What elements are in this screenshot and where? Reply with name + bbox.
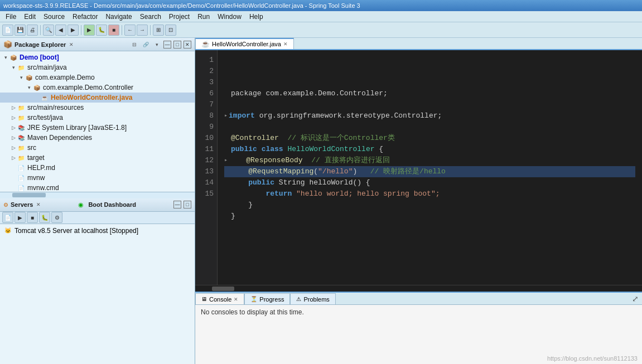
- package-explorer-title: Package Explorer: [15, 41, 66, 48]
- servers-maximize-btn[interactable]: □: [184, 201, 191, 208]
- tb-prev-edit-btn[interactable]: ←: [124, 25, 136, 36]
- pkg-maximize-btn[interactable]: □: [173, 41, 181, 48]
- tree-item[interactable]: 📄mvnw: [0, 173, 195, 183]
- code-line[interactable]: return "hello world; hello spring boot";: [224, 188, 635, 200]
- bottom-tab-problems[interactable]: ⚠ Problems: [290, 293, 335, 304]
- h-scrollbar-thumb[interactable]: [12, 193, 46, 197]
- boot-dashboard-title: Boot Dashboard: [88, 201, 136, 208]
- tree-item[interactable]: ▷📁src: [0, 143, 195, 153]
- fold-icon[interactable]: ▸: [224, 155, 228, 166]
- code-line[interactable]: @Controller // 标识这是一个Controller类: [224, 133, 635, 144]
- tree-item[interactable]: ▾📦Demo [boot]: [0, 52, 195, 62]
- tree-item-icon: 📁: [17, 153, 26, 162]
- menu-edit[interactable]: Edit: [21, 12, 39, 21]
- tb-forward-btn[interactable]: ▶: [67, 25, 79, 36]
- pkg-menu-icon[interactable]: ▾: [152, 40, 161, 49]
- tb-debug-btn[interactable]: 🐛: [96, 25, 107, 36]
- code-line[interactable]: }: [224, 211, 635, 222]
- menu-refactor[interactable]: Refactor: [69, 12, 101, 21]
- code-token: [231, 177, 248, 188]
- menu-run[interactable]: Run: [194, 12, 213, 21]
- tree-item-label: com.example.Demo: [35, 74, 95, 81]
- tree-item[interactable]: ☕HelloWorldController.java: [0, 93, 195, 103]
- tb-new-btn[interactable]: 📄: [2, 25, 13, 36]
- menu-file[interactable]: File: [2, 12, 20, 21]
- code-token: @ResponseBody: [246, 155, 302, 166]
- servers-title: Servers: [11, 201, 33, 208]
- menu-source[interactable]: Source: [40, 12, 68, 21]
- tree-arrow-icon: ▾: [26, 84, 32, 91]
- tree-arrow-icon: ▷: [10, 144, 17, 151]
- editor-hscroll-thumb[interactable]: [212, 287, 234, 291]
- code-line[interactable]: [224, 122, 635, 133]
- menu-help[interactable]: Help: [246, 12, 267, 21]
- code-line[interactable]: public String helloWorld() {: [224, 177, 635, 188]
- tree-item[interactable]: ▾📁src/main/java: [0, 62, 195, 72]
- tree-arrow-icon: ▷: [10, 114, 17, 121]
- editor-tab-helloworldcontroller[interactable]: ☕ HelloWorldController.java ✕: [195, 38, 294, 49]
- code-content[interactable]: package com.example.Demo.Controller;▸imp…: [218, 50, 642, 285]
- tb-view-btn[interactable]: ⊡: [165, 25, 176, 36]
- tree-item[interactable]: ▾📦com.example.Demo.Controller: [0, 82, 195, 93]
- tb-perspective-btn[interactable]: ⊞: [153, 25, 164, 36]
- console-message: No consoles to display at this time.: [201, 308, 304, 316]
- code-line[interactable]: ▸ @ResponseBody // 直接将内容进行返回: [224, 155, 635, 166]
- boot-dashboard-icon: ◉: [78, 201, 84, 208]
- srv-debug-btn[interactable]: 🐛: [39, 212, 50, 223]
- tree-item[interactable]: ▷📁target: [0, 153, 195, 163]
- tree-item-label: Maven Dependencies: [27, 134, 92, 142]
- code-token: public: [231, 144, 257, 155]
- tree-arrow-icon: ▷: [10, 134, 17, 141]
- package-tree[interactable]: ▾📦Demo [boot]▾📁src/main/java▾📦com.exampl…: [0, 51, 195, 192]
- menu-project[interactable]: Project: [166, 12, 193, 21]
- srv-config-btn[interactable]: ⚙: [51, 212, 62, 223]
- pkg-close-btn[interactable]: ✕: [184, 41, 191, 48]
- tb-back-btn[interactable]: ◀: [55, 25, 66, 36]
- code-line[interactable]: public class HelloWorldController {: [224, 144, 635, 155]
- srv-stop-btn[interactable]: ■: [27, 212, 38, 223]
- code-editor[interactable]: 1236789101112131415 package com.example.…: [195, 50, 642, 285]
- tree-item[interactable]: 📄HELP.md: [0, 163, 195, 173]
- fold-icon[interactable]: ▸: [224, 110, 228, 122]
- tb-save-btn[interactable]: 💾: [15, 25, 26, 36]
- tree-item[interactable]: ▷📚Maven Dependencies: [0, 133, 195, 143]
- toolbar: 📄 💾 🖨 🔍 ◀ ▶ ▶ 🐛 ■ ← → ⊞ ⊡: [0, 22, 642, 38]
- srv-new-btn[interactable]: 📄: [2, 212, 13, 223]
- servers-minimize-btn[interactable]: —: [173, 201, 181, 208]
- tree-item[interactable]: ▷📚JRE System Library [JavaSE-1.8]: [0, 123, 195, 133]
- tree-item-icon: 📦: [9, 53, 18, 62]
- servers-close-icon: ✕: [36, 202, 41, 207]
- tb-search-btn[interactable]: 🔍: [43, 25, 54, 36]
- tb-stop-btn[interactable]: ■: [108, 25, 119, 36]
- srv-start-btn[interactable]: ▶: [15, 212, 26, 223]
- tree-item[interactable]: 📄mvnw.cmd: [0, 183, 195, 192]
- pkg-link-icon[interactable]: 🔗: [141, 40, 150, 49]
- code-line[interactable]: package com.example.Demo.Controller;: [224, 88, 635, 99]
- code-line[interactable]: @RequestMapping("/hello") // 映射路径是/hello: [224, 166, 635, 177]
- editor-tab-close[interactable]: ✕: [283, 41, 288, 47]
- tree-item-label: target: [27, 154, 45, 162]
- menu-navigate[interactable]: Navigate: [102, 12, 135, 21]
- server-tomcat[interactable]: 🐱 Tomcat v8.5 Server at localhost [Stopp…: [2, 225, 192, 236]
- pkg-collapse-icon[interactable]: ⊟: [130, 40, 139, 49]
- bottom-tab-progress[interactable]: ⏳ Progress: [244, 293, 290, 304]
- tree-item[interactable]: ▾📦com.example.Demo: [0, 72, 195, 82]
- console-tab-close[interactable]: ✕: [234, 297, 238, 302]
- code-line[interactable]: }: [224, 200, 635, 211]
- bottom-panel-maximize-icon[interactable]: ⤢: [629, 293, 642, 304]
- code-line[interactable]: ▸import org.springframework.stereotype.C…: [224, 110, 635, 122]
- tree-item[interactable]: ▷📁src/test/java: [0, 113, 195, 123]
- code-line[interactable]: [224, 222, 635, 233]
- bottom-tab-console[interactable]: 🖥 Console ✕: [195, 293, 244, 304]
- menu-search[interactable]: Search: [137, 12, 165, 21]
- menu-window[interactable]: Window: [214, 12, 245, 21]
- tree-arrow-icon: ▷: [10, 104, 17, 111]
- tree-item[interactable]: ▷📁src/main/resources: [0, 103, 195, 113]
- tb-next-edit-btn[interactable]: →: [137, 25, 148, 36]
- code-token: // 直接将内容进行返回: [311, 155, 389, 166]
- editor-hscroll[interactable]: [195, 285, 642, 292]
- tb-run-btn[interactable]: ▶: [84, 25, 95, 36]
- code-line[interactable]: [224, 99, 635, 110]
- pkg-minimize-btn[interactable]: —: [163, 41, 171, 48]
- tb-print-btn[interactable]: 🖨: [27, 25, 38, 36]
